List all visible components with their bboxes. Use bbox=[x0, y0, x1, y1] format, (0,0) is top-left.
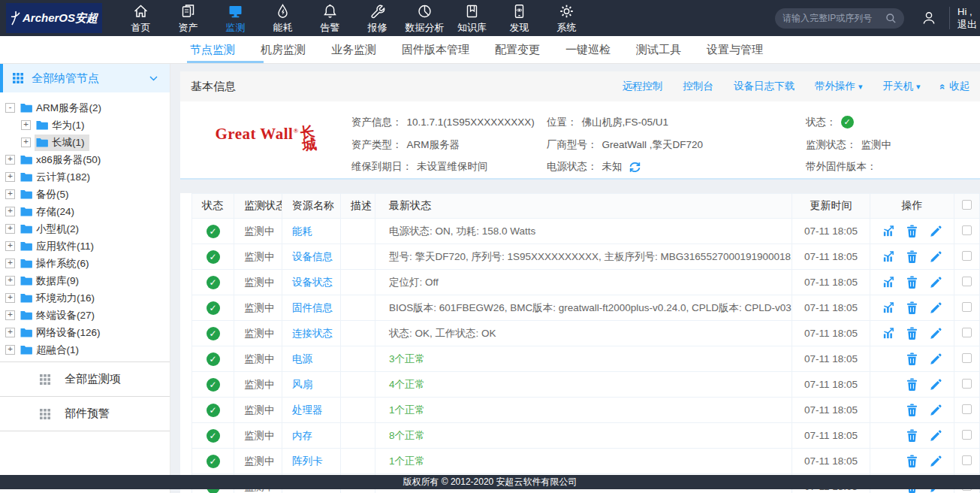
app-logo[interactable]: ArcherOS安超 bbox=[6, 3, 102, 33]
resource-link[interactable]: 内存 bbox=[292, 430, 312, 441]
edit-button[interactable] bbox=[924, 423, 947, 448]
edit-button[interactable] bbox=[924, 295, 947, 320]
select-all-checkbox[interactable] bbox=[962, 200, 972, 210]
sidebar-item-all-monitoring-items[interactable]: 全部监测项 bbox=[0, 361, 170, 396]
edit-button[interactable] bbox=[924, 270, 947, 295]
tree-item-operating-system[interactable]: + 操作系统(6) bbox=[5, 255, 170, 272]
edit-button[interactable] bbox=[924, 398, 947, 422]
logout-button[interactable]: 退出 bbox=[957, 18, 980, 31]
row-checkbox[interactable] bbox=[962, 251, 972, 261]
tree-item-minicomputer[interactable]: + 小型机(2) bbox=[5, 220, 170, 237]
delete-button[interactable] bbox=[900, 372, 924, 397]
delete-button[interactable] bbox=[900, 398, 924, 422]
sidebar-header-all-nodes[interactable]: 全部纳管节点 bbox=[0, 64, 170, 92]
resource-link[interactable]: 连接状态 bbox=[292, 328, 333, 339]
history-chart-button[interactable] bbox=[877, 244, 900, 269]
tab-test-tools[interactable]: 测试工具 bbox=[636, 36, 681, 63]
search-icon[interactable] bbox=[885, 13, 897, 24]
tree-expand-toggle[interactable]: + bbox=[21, 138, 31, 147]
edit-button[interactable] bbox=[924, 346, 947, 371]
resource-link[interactable]: 电源 bbox=[292, 353, 312, 364]
row-checkbox[interactable] bbox=[962, 302, 972, 312]
tree-item-storage[interactable]: + 存储(24) bbox=[5, 203, 170, 220]
nav-item-alarm[interactable]: 告警 bbox=[306, 2, 354, 35]
tree-expand-toggle[interactable]: + bbox=[5, 241, 15, 251]
tree-collapse-toggle[interactable]: - bbox=[5, 103, 15, 113]
tree-expand-toggle[interactable]: + bbox=[5, 293, 15, 303]
row-checkbox[interactable] bbox=[962, 404, 972, 414]
delete-button[interactable] bbox=[900, 346, 924, 371]
tree-expand-toggle[interactable]: + bbox=[5, 224, 15, 234]
nav-item-data-analysis[interactable]: 数据分析 bbox=[401, 2, 448, 35]
tree-expand-toggle[interactable]: + bbox=[21, 120, 31, 130]
edit-button[interactable] bbox=[924, 321, 947, 346]
tree-item-environment-power[interactable]: + 环境动力(16) bbox=[5, 289, 170, 307]
resource-link[interactable]: 设备信息 bbox=[292, 251, 333, 262]
nav-item-home[interactable]: 首页 bbox=[117, 2, 164, 35]
nav-item-monitoring[interactable]: 监测 bbox=[212, 2, 259, 35]
nav-item-assets[interactable]: 资产 bbox=[164, 2, 212, 35]
sidebar-item-component-alerts[interactable]: 部件预警 bbox=[0, 396, 170, 431]
row-checkbox[interactable] bbox=[962, 225, 972, 235]
tree-expand-toggle[interactable]: + bbox=[5, 207, 15, 216]
edit-button[interactable] bbox=[924, 244, 947, 269]
device-log-download-link[interactable]: 设备日志下载 bbox=[734, 80, 795, 93]
resource-link[interactable]: 处理器 bbox=[292, 404, 323, 416]
row-checkbox[interactable] bbox=[962, 379, 972, 389]
resource-link[interactable]: 设备状态 bbox=[292, 277, 333, 288]
tree-item-network-devices[interactable]: + 网络设备(126) bbox=[5, 324, 170, 341]
tab-firmware-management[interactable]: 固件版本管理 bbox=[402, 36, 469, 63]
row-checkbox[interactable] bbox=[962, 353, 972, 363]
edit-button[interactable] bbox=[924, 372, 947, 397]
delete-button[interactable] bbox=[900, 270, 924, 295]
row-checkbox[interactable] bbox=[962, 277, 972, 286]
tree-item-terminal-devices[interactable]: + 终端设备(27) bbox=[5, 307, 170, 324]
power-onoff-dropdown[interactable]: 开关机 bbox=[882, 80, 920, 93]
nav-item-energy[interactable]: 能耗 bbox=[259, 2, 306, 35]
user-icon[interactable] bbox=[921, 10, 937, 26]
tab-config-change[interactable]: 配置变更 bbox=[495, 36, 540, 63]
tree-expand-toggle[interactable]: + bbox=[5, 310, 15, 320]
history-chart-button[interactable] bbox=[877, 270, 900, 295]
tree-expand-toggle[interactable]: + bbox=[5, 276, 15, 286]
collapse-panel-button[interactable]: «收起 bbox=[940, 80, 969, 93]
tree-item-hyperconverged[interactable]: + 超融合(1) bbox=[5, 341, 170, 358]
tab-one-click-inspection[interactable]: 一键巡检 bbox=[565, 36, 611, 63]
resource-link[interactable]: 能耗 bbox=[292, 225, 312, 237]
delete-button[interactable] bbox=[900, 219, 924, 243]
history-chart-button[interactable] bbox=[877, 321, 900, 346]
tree-expand-toggle[interactable]: + bbox=[5, 328, 15, 337]
tab-business-monitoring[interactable]: 业务监测 bbox=[331, 36, 376, 63]
delete-button[interactable] bbox=[900, 244, 924, 269]
row-checkbox[interactable] bbox=[962, 328, 972, 337]
edit-button[interactable] bbox=[924, 449, 947, 473]
delete-button[interactable] bbox=[900, 321, 924, 346]
nav-item-knowledge-base[interactable]: 知识库 bbox=[448, 2, 496, 35]
tab-node-monitoring[interactable]: 节点监测 bbox=[190, 36, 235, 63]
row-checkbox[interactable] bbox=[962, 455, 972, 465]
tab-settings-management[interactable]: 设置与管理 bbox=[707, 36, 763, 63]
console-link[interactable]: 控制台 bbox=[683, 80, 713, 93]
resource-link[interactable]: 固件信息 bbox=[292, 302, 333, 313]
history-chart-button[interactable] bbox=[877, 219, 900, 243]
tree-expand-toggle[interactable]: + bbox=[5, 172, 15, 182]
tree-item-arm-servers[interactable]: - ARM服务器(2) bbox=[5, 99, 170, 116]
tree-expand-toggle[interactable]: + bbox=[5, 155, 15, 165]
tree-item-database[interactable]: + 数据库(9) bbox=[5, 272, 170, 289]
search-input[interactable] bbox=[782, 13, 885, 23]
tree-item-cloud-computing[interactable]: + 云计算(182) bbox=[5, 168, 170, 186]
refresh-power-state-button[interactable] bbox=[629, 161, 641, 174]
resource-link[interactable]: 风扇 bbox=[292, 379, 312, 390]
delete-button[interactable] bbox=[900, 449, 924, 473]
tree-item-x86-servers[interactable]: + x86服务器(50) bbox=[5, 151, 170, 168]
resource-link[interactable]: 阵列卡 bbox=[292, 455, 323, 467]
edit-button[interactable] bbox=[924, 219, 947, 243]
tree-expand-toggle[interactable]: + bbox=[5, 189, 15, 199]
nav-item-discover[interactable]: 发现 bbox=[496, 2, 543, 35]
history-chart-button[interactable] bbox=[877, 295, 900, 320]
remote-control-link[interactable]: 远程控制 bbox=[622, 80, 662, 93]
delete-button[interactable] bbox=[900, 423, 924, 448]
tree-item-greatwall[interactable]: + 长城(1) bbox=[5, 134, 170, 151]
nav-item-system[interactable]: 系统 bbox=[543, 2, 590, 35]
tab-room-monitoring[interactable]: 机房监测 bbox=[261, 36, 306, 63]
